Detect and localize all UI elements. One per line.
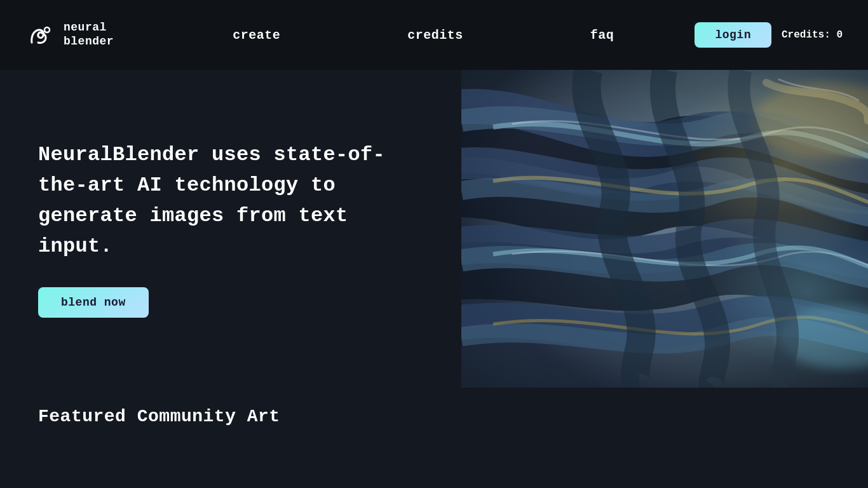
login-button[interactable]: login [695, 22, 771, 48]
navbar: neural blender create credits faq login … [0, 0, 868, 70]
blend-now-button[interactable]: blend now [38, 287, 149, 318]
nav-credits-link[interactable]: credits [407, 28, 463, 43]
hero-left: NeuralBlender uses state-of-the-art AI t… [0, 70, 464, 388]
hero-section: NeuralBlender uses state-of-the-art AI t… [0, 70, 868, 388]
nav-right: login Credits: 0 [695, 22, 843, 48]
featured-section: Featured Community Art [0, 388, 868, 439]
logo-icon [25, 20, 56, 50]
swirl-svg [461, 70, 868, 388]
nav-faq-link[interactable]: faq [590, 28, 614, 43]
logo-link[interactable]: neural blender [25, 20, 114, 50]
nav-links: create credits faq [152, 28, 695, 43]
svg-point-0 [44, 27, 50, 32]
hero-image [461, 70, 868, 388]
hero-tagline: NeuralBlender uses state-of-the-art AI t… [38, 140, 426, 262]
logo-text: neural blender [64, 21, 114, 48]
featured-title: Featured Community Art [38, 407, 830, 426]
nav-create-link[interactable]: create [233, 28, 280, 43]
credits-display: Credits: 0 [782, 29, 843, 41]
